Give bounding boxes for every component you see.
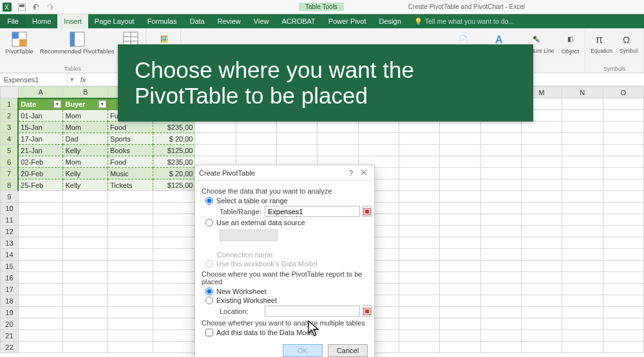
tab-formulas[interactable]: Formulas — [141, 14, 184, 28]
select-all-corner[interactable] — [1, 87, 19, 98]
cell-M5[interactable] — [521, 145, 562, 156]
cell-K15[interactable] — [440, 261, 480, 272]
tab-data[interactable]: Data — [183, 14, 211, 28]
cell-O12[interactable] — [603, 226, 644, 237]
opt-existing-worksheet[interactable]: Existing Worksheet — [205, 297, 368, 304]
cell-M17[interactable] — [521, 284, 562, 295]
opt-select-table-range[interactable]: Select a table or range — [205, 197, 368, 205]
cell-L11[interactable] — [480, 214, 521, 226]
cell-B7[interactable]: Kelly — [63, 168, 108, 179]
opt-external-source[interactable]: Use an external data source — [205, 219, 368, 226]
cell-L20[interactable] — [480, 318, 521, 330]
cell-J4[interactable] — [399, 133, 439, 145]
tab-acrobat[interactable]: ACROBAT — [275, 14, 321, 28]
cell-A16[interactable] — [18, 272, 63, 284]
cell-O17[interactable] — [603, 284, 644, 295]
column-header-B[interactable]: B — [63, 87, 108, 98]
cell-B3[interactable]: Mom — [63, 122, 108, 133]
cell-C17[interactable] — [108, 284, 153, 295]
radio-existing-worksheet[interactable] — [205, 297, 213, 304]
cell-M21[interactable] — [521, 330, 562, 342]
equation-button[interactable]: πEquation — [589, 30, 614, 55]
cell-D3[interactable]: $235,00 — [153, 122, 195, 133]
row-header-4[interactable]: 4 — [1, 133, 19, 145]
cell-O9[interactable] — [603, 191, 644, 203]
cell-L7[interactable] — [480, 168, 521, 179]
cell-G5[interactable] — [277, 145, 317, 156]
cell-C11[interactable] — [108, 214, 153, 226]
cell-L13[interactable] — [480, 237, 521, 249]
cell-B22[interactable] — [63, 342, 108, 353]
tab-design[interactable]: Design — [373, 14, 408, 28]
cell-D8[interactable]: $125,00 — [153, 179, 195, 191]
row-header-17[interactable]: 17 — [1, 284, 19, 295]
cell-N13[interactable] — [562, 237, 603, 249]
cell-K8[interactable] — [440, 179, 480, 191]
cell-N7[interactable] — [562, 168, 603, 179]
cell-M7[interactable] — [521, 168, 562, 179]
undo-icon[interactable] — [32, 3, 40, 11]
cell-M3[interactable] — [521, 122, 562, 133]
cell-J6[interactable] — [399, 156, 439, 168]
cell-L17[interactable] — [480, 284, 521, 295]
cell-N21[interactable] — [562, 330, 603, 342]
cell-A10[interactable] — [18, 203, 63, 214]
symbol-button[interactable]: ΩSymbol — [618, 30, 639, 55]
cell-A6[interactable]: 02-Feb — [18, 156, 63, 168]
cell-K21[interactable] — [440, 330, 480, 342]
cell-L3[interactable] — [480, 122, 521, 133]
row-header-15[interactable]: 15 — [1, 261, 19, 272]
tab-home[interactable]: Home — [26, 14, 57, 28]
cell-N16[interactable] — [562, 272, 603, 284]
cell-D17[interactable] — [153, 284, 195, 295]
dialog-close-button[interactable] — [357, 169, 370, 177]
cell-E4[interactable] — [195, 133, 236, 145]
cell-A19[interactable] — [18, 307, 63, 318]
cell-O5[interactable] — [603, 145, 644, 156]
cell-A14[interactable] — [18, 249, 63, 261]
cell-J7[interactable] — [399, 168, 439, 179]
cell-B21[interactable] — [63, 330, 108, 342]
cell-C15[interactable] — [108, 261, 153, 272]
cell-K9[interactable] — [440, 191, 480, 203]
cell-L9[interactable] — [480, 191, 521, 203]
cell-O11[interactable] — [603, 214, 644, 226]
cell-K12[interactable] — [440, 226, 480, 237]
cell-C5[interactable]: Books — [108, 145, 153, 156]
cell-C14[interactable] — [108, 249, 153, 261]
cell-D10[interactable] — [153, 203, 195, 214]
cell-O8[interactable] — [603, 179, 644, 191]
cell-O22[interactable] — [603, 342, 644, 353]
cell-O19[interactable] — [603, 307, 644, 318]
radio-external-source[interactable] — [205, 219, 213, 226]
cell-O7[interactable] — [603, 168, 644, 179]
cell-H3[interactable] — [317, 122, 358, 133]
cell-C4[interactable]: Sports — [108, 133, 153, 145]
cell-L12[interactable] — [480, 226, 521, 237]
cell-N15[interactable] — [562, 261, 603, 272]
cell-N1[interactable] — [562, 98, 603, 110]
row-header-21[interactable]: 21 — [1, 330, 19, 342]
cell-L5[interactable] — [480, 145, 521, 156]
tab-file[interactable]: File — [0, 14, 26, 28]
cell-N19[interactable] — [562, 307, 603, 318]
cell-K16[interactable] — [440, 272, 480, 284]
cell-L15[interactable] — [480, 261, 521, 272]
cell-N20[interactable] — [562, 318, 603, 330]
cell-B13[interactable] — [63, 237, 108, 249]
cell-L8[interactable] — [480, 179, 521, 191]
cell-O21[interactable] — [603, 330, 644, 342]
cell-N22[interactable] — [562, 342, 603, 353]
cell-K22[interactable] — [440, 342, 480, 353]
cell-N5[interactable] — [562, 145, 603, 156]
cell-A9[interactable] — [18, 191, 63, 203]
tab-power-pivot[interactable]: Power Pivot — [322, 14, 373, 28]
opt-add-to-model[interactable]: Add this data to the Data Model — [205, 329, 368, 336]
cell-K19[interactable] — [440, 307, 480, 318]
row-header-16[interactable]: 16 — [1, 272, 19, 284]
row-header-10[interactable]: 10 — [1, 203, 19, 214]
cell-O2[interactable] — [603, 110, 644, 122]
cell-N2[interactable] — [562, 110, 603, 122]
cell-B11[interactable] — [63, 214, 108, 226]
row-header-9[interactable]: 9 — [1, 191, 19, 203]
